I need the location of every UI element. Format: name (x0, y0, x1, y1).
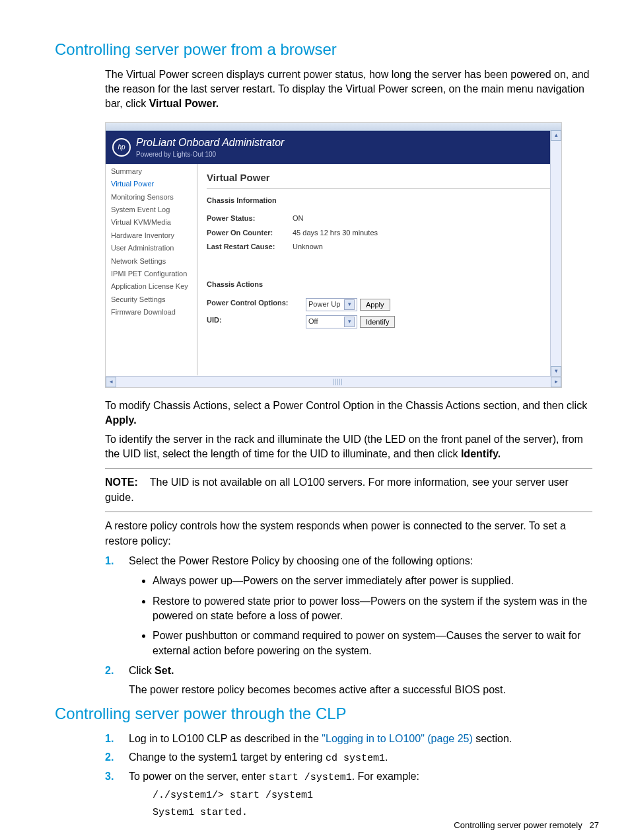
nav-ipmi-pet[interactable]: IPMI PET Configuration (106, 268, 197, 280)
select-uid[interactable]: Off▾ (306, 315, 357, 328)
clp-step-2: Change to the system1 target by entering… (105, 750, 592, 765)
scroll-left-icon[interactable]: ◂ (106, 377, 116, 387)
scroll-grip-icon (333, 379, 343, 385)
scroll-down-icon[interactable]: ▾ (551, 366, 561, 377)
link-logging-in[interactable]: "Logging in to LO100" (page 25) (322, 733, 472, 744)
label-power-status: Power Status: (207, 213, 293, 223)
horizontal-scrollbar[interactable]: ◂ ▸ (106, 376, 561, 387)
app-brand-subtitle: Powered by Lights-Out 100 (136, 150, 284, 159)
app-brand-title: ProLiant Onboard Administrator (136, 135, 284, 150)
window-titlebar (106, 123, 561, 131)
note-label: NOTE: (105, 477, 138, 488)
section-chassis-actions: Chassis Actions (207, 280, 552, 289)
page-footer: Controlling server power remotely 27 (454, 820, 599, 831)
restore-intro: A restore policy controls how the system… (105, 519, 592, 549)
footer-text: Controlling server power remotely (454, 820, 582, 830)
main-panel: Virtual Power Chassis Information Power … (197, 164, 561, 375)
select-power-control[interactable]: Power Up▾ (306, 298, 357, 311)
nav-system-event-log[interactable]: System Event Log (106, 204, 197, 216)
intro-bold: Virtual Power. (149, 98, 219, 109)
code-line-1: /./system1/> start /system1 (153, 787, 592, 804)
nav-virtual-power[interactable]: Virtual Power (106, 178, 197, 190)
hp-logo-icon: hp (112, 138, 131, 157)
bullet-restore-state: Restore to powered state prior to power … (153, 594, 592, 624)
text: Change to the system1 target by entering (129, 751, 326, 763)
restore-steps: Select the Power Restore Policy by choos… (105, 554, 592, 697)
text: Log in to LO100 CLP as described in the (129, 733, 322, 744)
label-uid: UID: (207, 315, 306, 328)
row-uid: UID: Off▾ Identify (207, 315, 552, 328)
nav-app-license[interactable]: Application License Key (106, 280, 197, 293)
value-power-status: ON (293, 213, 304, 223)
label-power-on-counter: Power On Counter: (207, 228, 293, 238)
nav-hardware-inventory[interactable]: Hardware Inventory (106, 229, 197, 242)
chevron-down-icon: ▾ (344, 317, 355, 327)
para-identify: To identify the server in the rack and i… (105, 432, 592, 462)
step-1-text: Select the Power Restore Policy by choos… (129, 555, 473, 566)
scroll-right-icon[interactable]: ▸ (551, 377, 561, 387)
bullet-always-power-up: Always power up—Powers on the server imm… (153, 574, 592, 588)
vertical-scrollbar[interactable]: ▴ ▾ (550, 130, 561, 377)
section-chassis-info: Chassis Information (207, 196, 552, 206)
restore-options: Always power up—Powers on the server imm… (153, 574, 592, 658)
label-last-restart: Last Restart Cause: (207, 242, 293, 252)
code-start-system1: start /system1 (269, 772, 352, 783)
text-bold: Apply. (105, 414, 137, 426)
text: . For example: (352, 771, 419, 782)
divider (105, 468, 592, 469)
select-power-control-value: Power Up (308, 299, 340, 309)
divider (105, 512, 592, 512)
nav-firmware-download[interactable]: Firmware Download (106, 306, 197, 319)
step-2: Click Set. The power restore policy beco… (105, 664, 592, 697)
identify-button[interactable]: Identify (360, 316, 395, 328)
row-power-control: Power Control Options: Power Up▾ Apply (207, 298, 552, 311)
text: To identify the server in the rack and i… (105, 434, 583, 459)
apply-button[interactable]: Apply (360, 299, 390, 311)
select-uid-value: Off (308, 317, 318, 326)
sidebar-nav: Summary Virtual Power Monitoring Sensors… (106, 164, 197, 375)
value-power-on-counter: 45 days 12 hrs 30 minutes (293, 228, 378, 238)
code-line-2: System1 started. (153, 804, 592, 821)
para-apply: To modify Chassis Actions, select a Powe… (105, 399, 592, 428)
label-power-control: Power Control Options: (207, 298, 306, 311)
intro-paragraph: The Virtual Power screen displays curren… (105, 67, 592, 112)
row-power-status: Power Status: ON (207, 213, 552, 223)
app-header: hp ProLiant Onboard Administrator Powere… (106, 131, 561, 164)
step-1: Select the Power Restore Policy by choos… (105, 554, 592, 658)
bullet-pushbutton: Power pushbutton or command required to … (153, 629, 592, 658)
nav-virtual-kvm[interactable]: Virtual KVM/Media (106, 216, 197, 229)
step-2-text: Click (129, 665, 155, 676)
note-block: NOTE:The UID is not available on all LO1… (105, 475, 592, 505)
nav-summary[interactable]: Summary (106, 165, 197, 178)
text: . (385, 751, 388, 763)
text: To modify Chassis Actions, select a Powe… (105, 400, 587, 411)
nav-user-administration[interactable]: User Administration (106, 242, 197, 254)
step-2-bold: Set. (155, 665, 174, 676)
step-2-after: The power restore policy becomes becomes… (129, 683, 592, 697)
text: section. (473, 733, 512, 744)
nav-monitoring-sensors[interactable]: Monitoring Sensors (106, 191, 197, 204)
note-text: The UID is not available on all LO100 se… (105, 477, 569, 502)
text: To power on the server, enter (129, 771, 269, 782)
clp-step-3: To power on the server, enter start /sys… (105, 769, 592, 821)
row-last-restart: Last Restart Cause: Unknown (207, 242, 552, 252)
code-cd-system1: cd system1 (326, 753, 385, 764)
nav-security-settings[interactable]: Security Settings (106, 293, 197, 306)
heading-browser: Controlling server power from a browser (55, 38, 599, 61)
chevron-down-icon: ▾ (344, 299, 355, 310)
footer-page-number: 27 (590, 820, 599, 830)
text-bold: Identify. (461, 448, 501, 459)
clp-step-1: Log in to LO100 CLP as described in the … (105, 732, 592, 746)
panel-title: Virtual Power (207, 171, 552, 189)
nav-network-settings[interactable]: Network Settings (106, 255, 197, 268)
screenshot-virtual-power: hp ProLiant Onboard Administrator Powere… (105, 122, 562, 388)
clp-steps: Log in to LO100 CLP as described in the … (105, 732, 592, 821)
row-power-on-counter: Power On Counter: 45 days 12 hrs 30 minu… (207, 228, 552, 238)
heading-clp: Controlling server power through the CLP (55, 703, 599, 725)
scroll-up-icon[interactable]: ▴ (551, 130, 561, 141)
code-block: /./system1/> start /system1 System1 star… (153, 787, 592, 821)
value-last-restart: Unknown (293, 242, 323, 252)
